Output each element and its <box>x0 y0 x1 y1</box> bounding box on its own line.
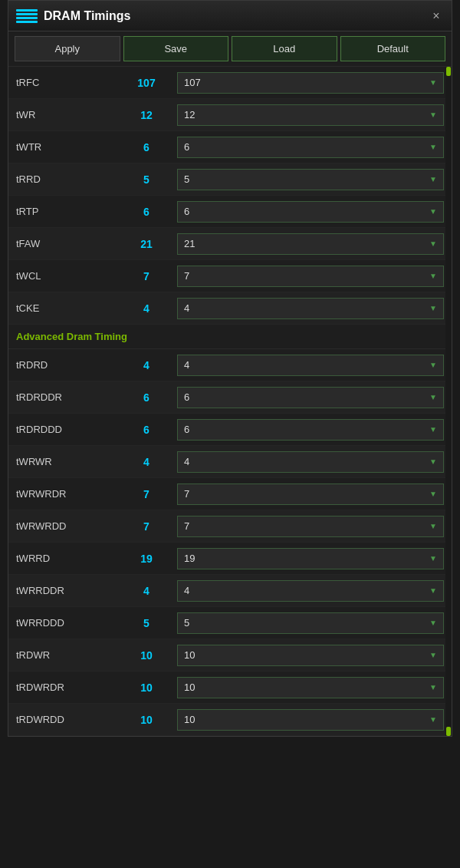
timing-label: tRDWRDR <box>16 682 116 693</box>
dropdown-arrow-icon: ▼ <box>429 143 437 151</box>
timing-current-value: 21 <box>116 238 177 250</box>
close-button[interactable]: × <box>429 8 444 24</box>
timing-label: tRDRDDD <box>16 424 116 435</box>
basic-timings-section: tRFC 107 107 ▼ tWR 12 12 ▼ tWTR 6 6 ▼ tR… <box>8 67 452 325</box>
timing-row: tWR 12 12 ▼ <box>8 99 452 131</box>
timing-row: tWRRDDR 4 4 ▼ <box>8 575 452 607</box>
timing-dropdown-value: 7 <box>184 520 429 532</box>
advanced-timings-section: tRDRD 4 4 ▼ tRDRDDR 6 6 ▼ tRDRDDD 6 6 ▼ … <box>8 349 452 736</box>
title-bar: DRAM Timings × <box>8 1 452 31</box>
timing-dropdown-value: 6 <box>184 391 429 403</box>
load-button[interactable]: Load <box>232 36 337 61</box>
timing-dropdown-value: 4 <box>184 302 429 314</box>
dropdown-arrow-icon: ▼ <box>429 361 437 369</box>
timing-dropdown[interactable]: 7 ▼ <box>177 516 444 537</box>
timing-row: tWRWR 4 4 ▼ <box>8 446 452 478</box>
dropdown-arrow-icon: ▼ <box>429 554 437 563</box>
timing-label: tRTP <box>16 206 116 217</box>
save-button[interactable]: Save <box>123 36 229 61</box>
dropdown-arrow-icon: ▼ <box>429 393 437 401</box>
dram-timings-window: DRAM Timings × Apply Save Load Default t… <box>8 0 452 737</box>
timing-dropdown-value: 10 <box>184 714 429 725</box>
timing-dropdown-value: 6 <box>184 424 429 435</box>
timing-current-value: 4 <box>116 456 177 468</box>
timing-dropdown[interactable]: 7 ▼ <box>177 484 444 505</box>
timing-dropdown-value: 5 <box>184 617 429 629</box>
timing-current-value: 5 <box>116 617 177 629</box>
dropdown-arrow-icon: ▼ <box>429 683 437 691</box>
timing-dropdown[interactable]: 12 ▼ <box>177 104 444 126</box>
timing-dropdown[interactable]: 6 ▼ <box>177 387 444 408</box>
dropdown-arrow-icon: ▼ <box>429 715 437 724</box>
dropdown-arrow-icon: ▼ <box>429 490 437 498</box>
scrollbar-thumb-bottom[interactable] <box>446 727 451 736</box>
timing-current-value: 10 <box>116 682 177 694</box>
timing-current-value: 10 <box>116 714 177 726</box>
dropdown-arrow-icon: ▼ <box>429 619 437 627</box>
advanced-section-header: Advanced Dram Timing <box>8 325 452 349</box>
timing-row: tRTP 6 6 ▼ <box>8 196 452 228</box>
dropdown-arrow-icon: ▼ <box>429 586 437 595</box>
timings-content: tRFC 107 107 ▼ tWR 12 12 ▼ tWTR 6 6 ▼ tR… <box>8 67 452 736</box>
timing-dropdown[interactable]: 10 ▼ <box>177 709 444 731</box>
timing-dropdown-value: 7 <box>184 488 429 500</box>
timing-current-value: 4 <box>116 302 177 315</box>
timing-label: tWRRDDR <box>16 585 116 596</box>
timing-row: tWRRDDD 5 5 ▼ <box>8 607 452 639</box>
timing-row: tRDWR 10 10 ▼ <box>8 639 452 672</box>
timing-dropdown[interactable]: 5 ▼ <box>177 612 444 634</box>
timing-current-value: 7 <box>116 270 177 282</box>
timing-dropdown[interactable]: 107 ▼ <box>177 72 444 94</box>
timing-dropdown[interactable]: 5 ▼ <box>177 169 444 190</box>
timing-dropdown[interactable]: 10 ▼ <box>177 645 444 666</box>
scrollbar[interactable] <box>445 67 452 736</box>
timing-label: tWTR <box>16 141 116 153</box>
timing-label: tRDRD <box>16 359 116 371</box>
timing-current-value: 6 <box>116 391 177 404</box>
timing-label: tFAW <box>16 238 116 249</box>
timing-current-value: 6 <box>116 206 177 218</box>
timing-dropdown[interactable]: 6 ▼ <box>177 201 444 223</box>
timing-row: tRDRD 4 4 ▼ <box>8 349 452 381</box>
timing-row: tWRWRDR 7 7 ▼ <box>8 478 452 510</box>
timing-current-value: 7 <box>116 488 177 500</box>
dropdown-arrow-icon: ▼ <box>429 239 437 248</box>
timing-dropdown-value: 6 <box>184 206 429 217</box>
timing-dropdown[interactable]: 10 ▼ <box>177 677 444 698</box>
timing-current-value: 7 <box>116 520 177 533</box>
timing-dropdown[interactable]: 4 ▼ <box>177 451 444 473</box>
timing-dropdown-value: 6 <box>184 141 429 153</box>
timing-dropdown-value: 5 <box>184 173 429 185</box>
timing-row: tWRRD 19 19 ▼ <box>8 543 452 575</box>
timing-dropdown-value: 7 <box>184 270 429 282</box>
timing-dropdown[interactable]: 7 ▼ <box>177 266 444 287</box>
apply-button[interactable]: Apply <box>15 36 120 61</box>
timing-label: tWR <box>16 109 116 120</box>
timing-row: tWTR 6 6 ▼ <box>8 131 452 163</box>
dropdown-arrow-icon: ▼ <box>429 175 437 183</box>
timing-row: tCKE 4 4 ▼ <box>8 292 452 325</box>
timing-label: tWRWRDD <box>16 520 116 532</box>
timing-dropdown[interactable]: 21 ▼ <box>177 233 444 255</box>
timing-dropdown[interactable]: 4 ▼ <box>177 580 444 602</box>
timing-dropdown[interactable]: 6 ▼ <box>177 419 444 441</box>
window-title: DRAM Timings <box>44 9 429 23</box>
timing-row: tWRWRDD 7 7 ▼ <box>8 510 452 543</box>
default-button[interactable]: Default <box>340 36 446 61</box>
timing-label: tCKE <box>16 302 116 314</box>
timing-label: tRDRDDR <box>16 391 116 403</box>
timing-dropdown[interactable]: 4 ▼ <box>177 298 444 319</box>
timing-label: tRFC <box>16 77 116 88</box>
scrollbar-thumb-top[interactable] <box>446 67 451 76</box>
timing-dropdown[interactable]: 4 ▼ <box>177 355 444 376</box>
timing-row: tRFC 107 107 ▼ <box>8 67 452 99</box>
timing-row: tRRD 5 5 ▼ <box>8 163 452 196</box>
timing-label: tRDWR <box>16 649 116 661</box>
timing-dropdown-value: 12 <box>184 109 429 120</box>
timing-label: tWRRDDD <box>16 617 116 629</box>
dropdown-arrow-icon: ▼ <box>429 304 437 312</box>
timing-dropdown[interactable]: 6 ▼ <box>177 137 444 158</box>
content-area: tRFC 107 107 ▼ tWR 12 12 ▼ tWTR 6 6 ▼ tR… <box>8 67 452 736</box>
timing-dropdown[interactable]: 19 ▼ <box>177 548 444 569</box>
timing-current-value: 4 <box>116 359 177 371</box>
